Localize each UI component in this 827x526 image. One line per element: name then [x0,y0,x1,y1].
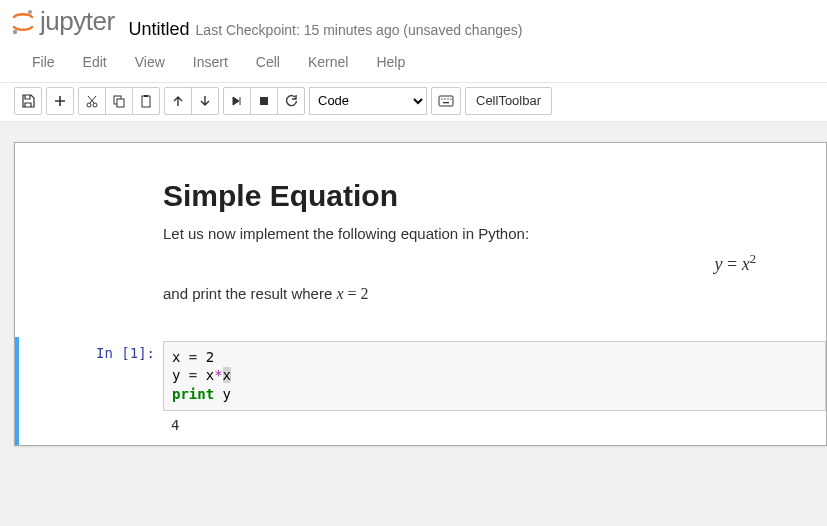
svg-rect-5 [117,99,124,107]
svg-rect-8 [260,97,268,105]
cut-button[interactable] [78,87,106,115]
checkpoint-status: Last Checkpoint: 15 minutes ago (unsaved… [196,22,523,38]
move-up-button[interactable] [164,87,192,115]
menu-view[interactable]: View [121,48,179,76]
svg-rect-14 [443,102,449,103]
cell-type-select[interactable]: Code [309,87,427,115]
toolbar: Code CellToolbar [0,83,827,122]
markdown-text-1: Let us now implement the following equat… [163,225,806,242]
notebook-container: Simple Equation Let us now implement the… [0,122,827,527]
svg-rect-6 [142,96,150,107]
markdown-text-2: and print the result where x = 2 [163,285,806,303]
stop-icon [258,95,270,107]
header: jupyter Untitled Last Checkpoint: 15 min… [0,0,827,44]
svg-point-2 [87,103,91,107]
scissors-icon [85,94,99,108]
jupyter-icon [10,9,36,35]
command-palette-button[interactable] [431,87,461,115]
arrow-down-icon [199,95,211,107]
svg-rect-7 [144,95,148,97]
cell-toolbar-button[interactable]: CellToolbar [465,87,552,115]
copy-button[interactable] [105,87,133,115]
interrupt-button[interactable] [250,87,278,115]
menu-kernel[interactable]: Kernel [294,48,362,76]
svg-point-3 [93,103,97,107]
svg-point-0 [28,10,32,14]
svg-rect-9 [439,96,453,106]
notebook-title[interactable]: Untitled [129,19,190,40]
markdown-equation-block: y = x2 [163,248,806,285]
markdown-cell[interactable]: Simple Equation Let us now implement the… [15,143,826,329]
menubar: File Edit View Insert Cell Kernel Help [0,44,827,83]
svg-point-12 [447,98,448,99]
plus-icon [54,95,66,107]
menu-insert[interactable]: Insert [179,48,242,76]
svg-point-11 [444,98,445,99]
insert-cell-button[interactable] [46,87,74,115]
svg-point-10 [441,98,442,99]
menu-file[interactable]: File [18,48,69,76]
jupyter-logo-text: jupyter [40,6,115,37]
code-output: 4 [163,411,826,441]
menu-help[interactable]: Help [362,48,419,76]
move-down-button[interactable] [191,87,219,115]
arrow-up-icon [172,95,184,107]
menu-edit[interactable]: Edit [69,48,121,76]
copy-icon [112,94,126,108]
refresh-icon [284,94,298,108]
paste-icon [139,94,153,108]
restart-button[interactable] [277,87,305,115]
jupyter-logo: jupyter [10,6,115,37]
markdown-heading: Simple Equation [163,179,806,213]
input-prompt: In [1]: [19,341,163,442]
step-forward-icon [231,95,243,107]
svg-point-1 [13,29,17,33]
save-button[interactable] [14,87,42,115]
menu-cell[interactable]: Cell [242,48,294,76]
code-input-area[interactable]: x = 2 y = x*x print y [163,341,826,412]
svg-point-13 [450,98,451,99]
save-icon [21,94,35,108]
run-button[interactable] [223,87,251,115]
code-cell[interactable]: In [1]: x = 2 y = x*x print y 4 [15,337,826,446]
paste-button[interactable] [132,87,160,115]
keyboard-icon [438,95,454,107]
notebook: Simple Equation Let us now implement the… [14,142,827,447]
